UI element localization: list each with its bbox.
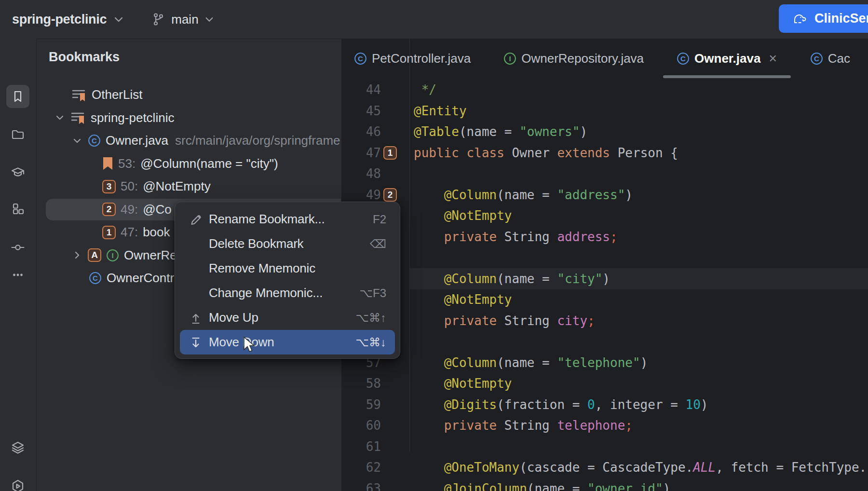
bookmark-context-menu: Rename Bookmark...F2Delete Bookmark⌫Remo… bbox=[175, 202, 400, 359]
line-number: 59 bbox=[342, 394, 381, 415]
interface-icon: I bbox=[503, 52, 516, 65]
stripe-button-layers[interactable] bbox=[11, 440, 25, 455]
menu-item-label: Remove Mnemonic bbox=[209, 261, 386, 276]
menu-item-label: Delete Bookmark bbox=[209, 236, 370, 251]
code-line-55: private String city; bbox=[414, 310, 595, 331]
chevron-down-icon[interactable] bbox=[71, 135, 83, 147]
stripe-button-bookmarks[interactable] bbox=[6, 85, 29, 108]
gutter-divider bbox=[409, 39, 410, 452]
vcs-branch-selector[interactable]: main bbox=[151, 12, 214, 27]
line-number: 45 bbox=[342, 100, 381, 122]
pencil-icon bbox=[189, 213, 202, 226]
class-icon: C bbox=[810, 52, 823, 65]
stripe-button-commit[interactable] bbox=[11, 240, 25, 255]
menu-icon-spacer bbox=[189, 237, 202, 251]
line-number: 61 bbox=[342, 436, 381, 457]
tree-row-spring-petclinic[interactable]: spring-petclinic bbox=[36, 107, 341, 129]
menu-item-remove-mnemonic[interactable]: Remove Mnemonic bbox=[180, 256, 395, 281]
stripe-button-services[interactable] bbox=[11, 479, 25, 491]
menu-item-move-down[interactable]: Move Down⌥⌘↓ bbox=[180, 330, 395, 355]
tab-label: Owner.java bbox=[694, 51, 760, 66]
stripe-button-more[interactable] bbox=[11, 268, 25, 282]
menu-item-label: Move Down bbox=[209, 335, 355, 350]
svg-text:I: I bbox=[509, 55, 511, 63]
run-configuration-button[interactable]: ClinicServ bbox=[779, 4, 868, 33]
editor-tab-bar: CPetController.javaIOwnerRepository.java… bbox=[338, 39, 868, 78]
tool-window-title: Bookmarks bbox=[49, 50, 120, 65]
file-path: src/main/java/org/springframe bbox=[175, 133, 340, 148]
move-up-icon bbox=[189, 311, 202, 325]
editor-tab-cac[interactable]: CCac bbox=[794, 39, 867, 78]
class-icon: C bbox=[89, 272, 102, 285]
services-icon bbox=[11, 479, 25, 491]
bookmark-line-number: 47: bbox=[121, 225, 138, 240]
chevron-down-icon bbox=[113, 14, 124, 25]
folder-icon bbox=[11, 127, 25, 141]
bookmark-line-number: 49: bbox=[121, 202, 138, 217]
git-branch-icon bbox=[151, 12, 165, 27]
commit-icon bbox=[11, 240, 25, 255]
more-icon bbox=[11, 268, 25, 282]
tree-row--column-name-city-[interactable]: 53:@Column(name = "city") bbox=[36, 152, 341, 175]
svg-text:C: C bbox=[680, 55, 686, 63]
bookmark-line-number: 50: bbox=[121, 179, 138, 194]
menu-item-label: Move Up bbox=[209, 310, 355, 325]
chevron-down-icon bbox=[204, 14, 214, 24]
tree-row-label: OwnerContr bbox=[107, 271, 174, 286]
tab-label: PetController.java bbox=[372, 51, 471, 66]
menu-item-shortcut: ⌫ bbox=[370, 237, 386, 251]
tree-row-label: book bbox=[143, 225, 170, 240]
line-number: 63 bbox=[342, 478, 381, 491]
menu-item-move-up[interactable]: Move Up⌥⌘↑ bbox=[180, 305, 395, 330]
tab-label: Cac bbox=[828, 51, 850, 66]
svg-text:C: C bbox=[92, 136, 97, 145]
code-line-51: private String address; bbox=[414, 226, 618, 247]
project-selector[interactable]: spring-petclinic bbox=[12, 12, 124, 27]
line-number: 44 bbox=[342, 79, 381, 100]
tree-row-label: Owner.java bbox=[106, 133, 168, 148]
tree-row--notempty[interactable]: 350:@NotEmpty bbox=[36, 175, 341, 198]
menu-icon-spacer bbox=[189, 286, 202, 300]
gradle-elephant-icon bbox=[790, 10, 808, 27]
move-down-icon bbox=[189, 336, 202, 349]
editor-tab-petcontroller-java[interactable]: CPetController.java bbox=[338, 39, 487, 78]
project-name: spring-petclinic bbox=[12, 12, 107, 27]
structure-icon bbox=[11, 202, 25, 216]
class-icon: C bbox=[677, 52, 690, 65]
line-number: 46 bbox=[342, 121, 381, 142]
menu-item-rename-bookmark-[interactable]: Rename Bookmark...F2 bbox=[180, 207, 395, 232]
tree-row-owner-java[interactable]: COwner.javasrc/main/java/org/springframe bbox=[36, 129, 341, 152]
menu-item-change-mnemonic-[interactable]: Change Mnemonic...⌥F3 bbox=[180, 281, 395, 305]
menu-icon-spacer bbox=[189, 262, 202, 275]
menu-item-label: Rename Bookmark... bbox=[209, 212, 373, 227]
branch-name: main bbox=[171, 12, 198, 27]
line-number: 60 bbox=[342, 415, 381, 436]
menu-item-delete-bookmark[interactable]: Delete Bookmark⌫ bbox=[180, 232, 395, 256]
code-line-53: @Column(name = "city") bbox=[414, 268, 610, 289]
tree-row-label: OtherList bbox=[92, 87, 143, 102]
stripe-button-learn[interactable] bbox=[11, 165, 25, 179]
svg-text:I: I bbox=[111, 251, 113, 259]
code-line-47: public class Owner extends Person { bbox=[414, 142, 678, 164]
close-tab-icon[interactable]: ✕ bbox=[768, 53, 777, 65]
layers-icon bbox=[11, 440, 25, 455]
tree-row-otherlist[interactable]: OtherList bbox=[36, 83, 341, 106]
menu-item-shortcut: F2 bbox=[373, 213, 386, 226]
editor-tab-owner-java[interactable]: COwner.java✕ bbox=[660, 39, 794, 78]
editor-tab-ownerrepository-java[interactable]: IOwnerRepository.java bbox=[487, 39, 660, 78]
bookmarks-icon bbox=[11, 89, 25, 104]
class-icon: C bbox=[354, 52, 367, 65]
menu-item-shortcut: ⌥⌘↑ bbox=[355, 311, 386, 325]
chevron-down-icon[interactable] bbox=[54, 112, 66, 123]
svg-text:C: C bbox=[93, 274, 98, 282]
code-line-63: @JoinColumn(name = "owner_id") bbox=[414, 478, 670, 491]
learn-icon bbox=[11, 165, 25, 179]
code-line-57: @Column(name = "telephone") bbox=[414, 352, 648, 373]
stripe-button-structure[interactable] bbox=[11, 202, 25, 216]
interface-icon: I bbox=[106, 249, 119, 262]
stripe-button-folder[interactable] bbox=[11, 127, 25, 141]
chevron-right-icon[interactable] bbox=[71, 249, 83, 261]
line-number: 47 bbox=[342, 142, 381, 164]
tree-row-label: @NotEmpty bbox=[143, 179, 211, 194]
mnemonic-bookmark-icon: 3 bbox=[102, 180, 116, 193]
